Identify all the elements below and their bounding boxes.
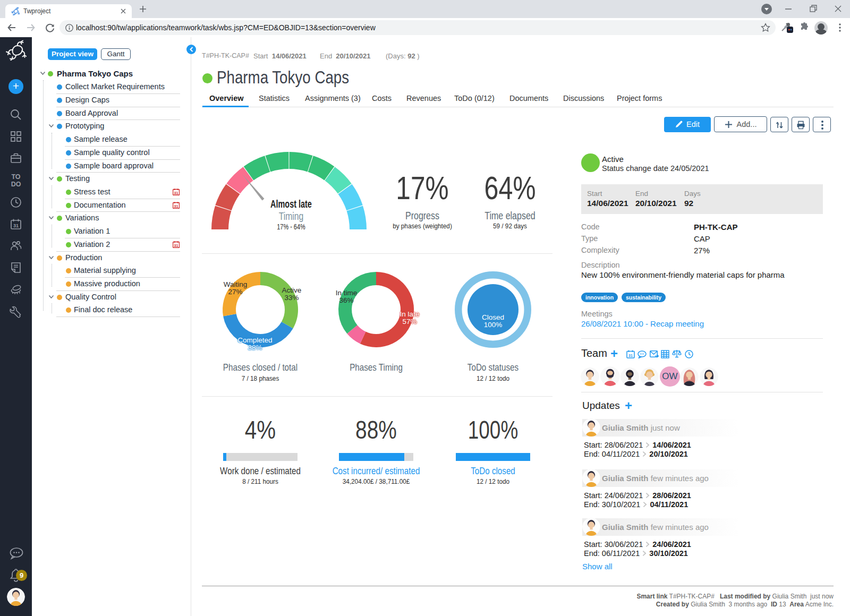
svg-text:31: 31 bbox=[174, 244, 178, 247]
svg-text:31: 31 bbox=[628, 354, 633, 357]
svg-text:31: 31 bbox=[174, 191, 178, 195]
svg-text:31: 31 bbox=[13, 223, 19, 228]
svg-text:31: 31 bbox=[174, 204, 178, 208]
